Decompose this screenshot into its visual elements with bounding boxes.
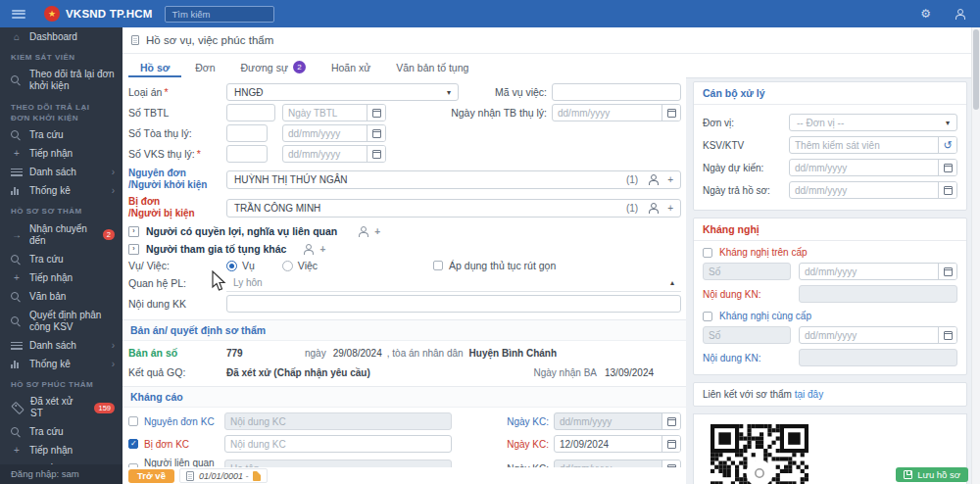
add-person-icon[interactable]: + xyxy=(374,226,380,237)
hamburger-menu-icon[interactable] xyxy=(12,10,25,19)
calendar-icon[interactable] xyxy=(662,436,680,452)
don-vi-select[interactable]: -- Đơn vị --▾ xyxy=(789,114,957,131)
lien-ket-link[interactable]: tại đây xyxy=(795,389,823,400)
sidebar-item-tiep-nhan[interactable]: + Tiếp nhận xyxy=(0,144,122,163)
kn-tren-nd-input[interactable] xyxy=(799,285,957,303)
ngay-tbtl-input[interactable] xyxy=(283,105,367,121)
person-icon[interactable] xyxy=(648,174,658,184)
label-ksv: KSV/KTV xyxy=(703,140,789,151)
du-kien-input[interactable] xyxy=(790,160,938,175)
radio-vu[interactable] xyxy=(226,261,237,271)
sidebar-item-thong-ke[interactable]: Thống kê › xyxy=(0,181,122,200)
footer-date-pill[interactable]: 01/01/0001 - xyxy=(179,468,269,483)
sidebar-item-tra-cuu-pt[interactable]: Tra cứu xyxy=(0,423,122,442)
so-vks-input[interactable] xyxy=(226,145,268,163)
tra-hs-date xyxy=(789,181,957,199)
sidebar-item-tra-cuu-st[interactable]: Tra cứu xyxy=(0,250,122,268)
ngay-nhan-tb-input[interactable] xyxy=(553,105,662,121)
sidebar-item-tiep-nhan-pt[interactable]: + Tiếp nhận xyxy=(0,442,122,460)
sidebar-item-theo-doi-tra-don[interactable]: Theo dõi trả lại đơn khởi kiện xyxy=(0,66,122,96)
kn-cung-so-input[interactable] xyxy=(703,326,791,344)
nguoi-lien-quan-toggle[interactable]: › Người có quyền lợi, nghĩa vụ liên quan… xyxy=(128,225,681,237)
tab-duong-su[interactable]: Đương sự2 xyxy=(229,54,318,77)
sidebar-item-van-ban[interactable]: Văn bản xyxy=(0,287,122,306)
nguoi-khac-toggle[interactable]: › Người tham gia tố tụng khác + xyxy=(128,243,681,255)
sidebar-item-label: Dashboard xyxy=(29,31,115,43)
bi-don-kc-input[interactable] xyxy=(224,435,452,453)
bi-don-field[interactable]: TRẦN CÔNG MINH (1) + xyxy=(226,199,681,218)
loai-an-select[interactable]: HNGĐ▾ xyxy=(226,83,459,101)
calendar-icon[interactable] xyxy=(938,264,956,279)
calendar-icon[interactable] xyxy=(367,146,385,162)
ngay-label: ngày xyxy=(305,348,326,359)
add-person-icon[interactable]: + xyxy=(667,174,673,185)
global-search-input[interactable] xyxy=(165,6,274,23)
calendar-icon[interactable] xyxy=(938,182,956,198)
khang-nghi-tren-cap-label: Kháng nghị trên cấp xyxy=(719,247,808,258)
ban-an-ngay-value: 29/08/2024 xyxy=(333,348,382,359)
tab-van-ban-to-tung[interactable]: Văn bản tố tụng xyxy=(384,54,480,77)
khang-nghi-tren-cap-checkbox[interactable] xyxy=(703,248,712,258)
person-icon[interactable] xyxy=(358,226,368,236)
gear-icon[interactable]: ⚙ xyxy=(920,8,931,20)
kn-cung-nd-input[interactable] xyxy=(799,349,957,366)
calendar-icon[interactable] xyxy=(662,413,680,429)
plus-icon: + xyxy=(11,446,23,456)
add-person-icon[interactable]: + xyxy=(319,244,325,255)
noi-dung-kk-input[interactable] xyxy=(226,295,681,313)
ma-vu-viec-input[interactable] xyxy=(552,83,681,101)
save-button[interactable]: Lưu hồ sơ xyxy=(896,467,968,482)
nguyen-don-kc-date-input[interactable] xyxy=(555,413,662,429)
kn-tren-so-input[interactable] xyxy=(703,263,791,280)
user-icon[interactable] xyxy=(955,9,964,19)
so-tbtl-input[interactable] xyxy=(226,104,275,121)
kn-tren-date-input[interactable] xyxy=(800,264,938,279)
tra-hs-input[interactable] xyxy=(790,182,938,198)
tab-hoan-xu[interactable]: Hoãn xử xyxy=(319,54,382,77)
ngay-vks-input[interactable] xyxy=(283,146,367,162)
rut-gon-checkbox[interactable] xyxy=(433,261,443,270)
sidebar-item-danh-sach-st[interactable]: Danh sách › xyxy=(0,336,122,355)
sidebar-item-nhan-chuyen-den[interactable]: → Nhận chuyển đến 2 xyxy=(0,219,122,250)
bi-don-kc-date-input[interactable] xyxy=(555,436,662,452)
quan-he-pl-select[interactable]: Ly hôn▴ xyxy=(226,274,681,292)
khang-nghi-cung-cap-checkbox[interactable] xyxy=(703,312,712,321)
nguyen-don-kc-checkbox[interactable] xyxy=(128,416,138,426)
nguyen-don-field[interactable]: HUỲNH THỊ THÚY NGÂN (1) + xyxy=(226,170,681,189)
ksv-input[interactable] xyxy=(790,137,938,153)
sidebar-item-danh-sach[interactable]: Danh sách › xyxy=(0,163,122,181)
sidebar-item-thong-ke-st[interactable]: Thống kê › xyxy=(0,355,122,373)
calendar-icon[interactable] xyxy=(367,125,385,141)
sidebar-item-tra-cuu[interactable]: Tra cứu xyxy=(0,125,122,144)
person-icon[interactable] xyxy=(303,244,313,254)
sidebar-section-so-tham: HỒ SƠ SƠ THẨM xyxy=(0,200,122,219)
sidebar-item-dashboard[interactable]: ⌂ Dashboard xyxy=(0,27,122,46)
bi-don-kc-checkbox[interactable] xyxy=(128,439,138,449)
sidebar-item-tiep-nhan-st[interactable]: + Tiếp nhận xyxy=(0,268,122,287)
calendar-icon[interactable] xyxy=(938,327,956,343)
chevron-down-icon: ▾ xyxy=(447,88,451,97)
section-khang-cao-header: Kháng cáo xyxy=(122,386,686,408)
sidebar-item-da-xet-xu[interactable]: Đã xét xử ST 159 xyxy=(0,393,122,423)
scrollbar-thumb[interactable] xyxy=(973,29,979,110)
add-person-icon[interactable]: + xyxy=(667,203,673,214)
person-icon[interactable] xyxy=(648,203,658,213)
refresh-icon[interactable]: ↺ xyxy=(938,137,956,153)
kn-tren-date xyxy=(799,263,957,280)
nguyen-don-kc-input[interactable] xyxy=(224,412,452,430)
vertical-scrollbar[interactable] xyxy=(971,27,980,484)
calendar-icon[interactable] xyxy=(367,105,385,121)
calendar-icon[interactable] xyxy=(938,160,956,175)
section-ban-an-header: Bản án/ quyết định sơ thẩm xyxy=(122,319,686,341)
sidebar-item-label: Đã xét xử ST xyxy=(30,396,87,419)
tab-don[interactable]: Đơn xyxy=(183,54,226,77)
label-ket-qua: Kết quả GQ: xyxy=(128,366,226,378)
tab-ho-so[interactable]: Hồ sơ xyxy=(128,54,181,77)
calendar-icon[interactable] xyxy=(662,105,680,121)
kn-cung-date-input[interactable] xyxy=(800,327,938,343)
radio-viec[interactable] xyxy=(282,261,293,271)
ngay-toa-input[interactable] xyxy=(283,125,367,141)
sidebar-item-quyet-dinh-st[interactable]: Quyết định phân công KSV xyxy=(0,306,122,336)
so-toa-input[interactable] xyxy=(226,124,268,142)
back-button[interactable]: Trở về xyxy=(128,469,174,483)
